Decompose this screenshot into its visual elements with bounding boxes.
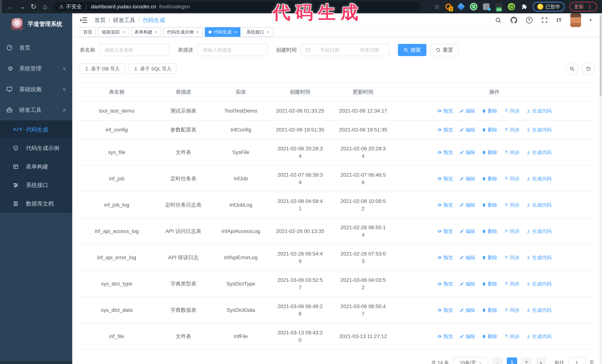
action-edit-link[interactable]: 编辑 — [460, 107, 475, 114]
page-size-select[interactable]: 10条/页 ∨ — [453, 357, 488, 364]
extensions-puzzle-icon[interactable] — [520, 3, 528, 10]
action-sync-link[interactable]: 同步 — [504, 306, 520, 314]
user-avatar[interactable] — [570, 13, 581, 27]
tab-home[interactable]: 首页 — [80, 27, 96, 37]
close-icon[interactable]: × — [122, 30, 125, 35]
page-button-2[interactable]: 2 — [521, 357, 532, 364]
sidebar-item-system[interactable]: ⚙ 系统管理 ∨ — [0, 58, 72, 79]
help-icon[interactable]: ? — [526, 17, 533, 23]
action-edit-link[interactable]: 编辑 — [460, 201, 475, 209]
import-sql-button[interactable]: 基于 SQL 导入 — [129, 63, 177, 74]
page-button-1[interactable]: 1 — [507, 357, 517, 364]
sidebar-item-devtools[interactable]: 研发工具 ∧ — [0, 100, 72, 120]
action-edit-link[interactable]: 编辑 — [460, 149, 475, 156]
extension-gem-icon[interactable] — [457, 3, 465, 10]
action-sync-link[interactable]: 同步 — [504, 280, 520, 288]
action-delete-link[interactable]: 删除 — [482, 254, 497, 261]
extension-v-icon[interactable]: V — [470, 3, 478, 10]
action-delete-link[interactable]: 删除 — [482, 333, 497, 340]
extension-orange-icon[interactable]: 1 — [445, 3, 452, 10]
action-edit-link[interactable]: 编辑 — [460, 280, 475, 288]
security-label[interactable]: 不安全 — [66, 3, 82, 10]
extension-green-icon[interactable] — [507, 3, 515, 10]
action-sync-link[interactable]: 同步 — [504, 228, 520, 235]
action-preview-link[interactable]: 预览 — [437, 175, 453, 182]
action-generate-code-link[interactable]: 生成代码 — [526, 107, 551, 114]
profile-paused-badge[interactable]: 已暂停 — [533, 2, 565, 11]
tab-codegen-example[interactable]: 代码生成示例× — [163, 27, 203, 37]
close-icon[interactable]: × — [267, 30, 269, 35]
sidebar-item-infra[interactable]: 基础设施 ∨ — [0, 79, 72, 100]
bookmark-star-icon[interactable]: ☆ — [434, 3, 440, 10]
action-generate-code-link[interactable]: 生成代码 — [526, 254, 551, 261]
sidebar-item-codegen[interactable]: </> 代码生成 — [0, 120, 72, 139]
action-preview-link[interactable]: 预览 — [437, 201, 453, 209]
page-scrollbar[interactable] — [599, 13, 602, 364]
action-preview-link[interactable]: 预览 — [437, 228, 453, 235]
reset-button[interactable]: 重置 — [430, 44, 458, 56]
browser-home-icon[interactable]: ⌂ — [39, 3, 51, 11]
goto-page-input[interactable] — [568, 357, 585, 364]
scrollbar-thumb[interactable] — [600, 15, 602, 96]
tab-form-builder[interactable]: 表单构建× — [131, 27, 161, 37]
font-size-icon[interactable]: tT — [557, 17, 562, 23]
action-delete-link[interactable]: 删除 — [482, 201, 497, 209]
tab-system-api[interactable]: 系统接口× — [243, 27, 273, 37]
action-preview-link[interactable]: 预览 — [437, 126, 453, 134]
sidebar-item-system-api[interactable]: 系统接口 — [0, 176, 72, 194]
action-sync-link[interactable]: 同步 — [504, 107, 520, 114]
logo-row[interactable]: 芋道管理系统 — [0, 13, 72, 35]
action-generate-code-link[interactable]: 生成代码 — [526, 201, 551, 209]
action-sync-link[interactable]: 同步 — [504, 175, 520, 182]
action-edit-link[interactable]: 编辑 — [460, 228, 475, 235]
action-preview-link[interactable]: 预览 — [437, 107, 453, 114]
refresh-table-button[interactable] — [582, 63, 594, 75]
action-generate-code-link[interactable]: 生成代码 — [526, 149, 551, 156]
sidebar-toggle-icon[interactable] — [80, 16, 88, 24]
action-delete-link[interactable]: 删除 — [482, 175, 497, 182]
action-sync-link[interactable]: 同步 — [504, 201, 520, 209]
action-delete-link[interactable]: 删除 — [482, 126, 497, 134]
action-delete-link[interactable]: 删除 — [482, 149, 497, 156]
browser-update-button[interactable]: 更新 ⋮ — [570, 2, 597, 11]
table-desc-input[interactable] — [197, 44, 268, 56]
breadcrumb-devtools[interactable]: 研发工具 — [113, 16, 135, 24]
browser-reload-icon[interactable]: ↻ — [28, 3, 39, 11]
breadcrumb-home[interactable]: 首页 — [95, 16, 106, 24]
close-icon[interactable]: × — [196, 30, 199, 35]
action-delete-link[interactable]: 删除 — [482, 280, 497, 288]
toggle-search-button[interactable] — [566, 63, 578, 75]
table-name-input[interactable] — [99, 44, 170, 56]
action-preview-link[interactable]: 预览 — [437, 280, 453, 288]
fullscreen-icon[interactable] — [541, 17, 548, 24]
prev-page-button[interactable]: ‹ — [492, 357, 503, 364]
action-generate-code-link[interactable]: 生成代码 — [526, 228, 551, 235]
action-sync-link[interactable]: 同步 — [504, 254, 520, 261]
close-icon[interactable]: × — [155, 30, 157, 35]
action-edit-link[interactable]: 编辑 — [460, 333, 475, 340]
sidebar-item-db-doc[interactable]: 数据库文档 — [0, 194, 72, 213]
action-sync-link[interactable]: 同步 — [504, 149, 520, 156]
action-edit-link[interactable]: 编辑 — [460, 126, 475, 134]
close-icon[interactable]: × — [234, 30, 237, 35]
search-button[interactable]: 搜索 — [398, 44, 426, 56]
action-generate-code-link[interactable]: 生成代码 — [526, 306, 551, 314]
tab-tracing[interactable]: 链路追踪× — [98, 27, 129, 37]
create-time-range-input[interactable]: 开始日期 - 结束日期 — [301, 44, 390, 56]
tab-codegen[interactable]: 代码生成× — [205, 27, 240, 37]
import-db-button[interactable]: 基于 DB 导入 — [80, 63, 125, 74]
action-preview-link[interactable]: 预览 — [437, 306, 453, 314]
action-delete-link[interactable]: 删除 — [482, 306, 497, 314]
sidebar-item-home[interactable]: 首页 — [0, 37, 72, 58]
github-icon[interactable] — [510, 17, 517, 24]
sidebar-item-codegen-example[interactable]: 代码生成示例 — [0, 139, 72, 157]
action-edit-link[interactable]: 编辑 — [460, 175, 475, 182]
search-icon[interactable] — [495, 17, 502, 24]
action-generate-code-link[interactable]: 生成代码 — [526, 333, 551, 340]
browser-menu-dots-icon[interactable]: ⋮ — [587, 3, 592, 10]
action-preview-link[interactable]: 预览 — [437, 254, 453, 261]
action-preview-link[interactable]: 预览 — [437, 149, 453, 156]
action-sync-link[interactable]: 同步 — [504, 333, 520, 340]
action-sync-link[interactable]: 同步 — [504, 126, 520, 134]
extension-grid-icon[interactable] — [482, 3, 490, 10]
